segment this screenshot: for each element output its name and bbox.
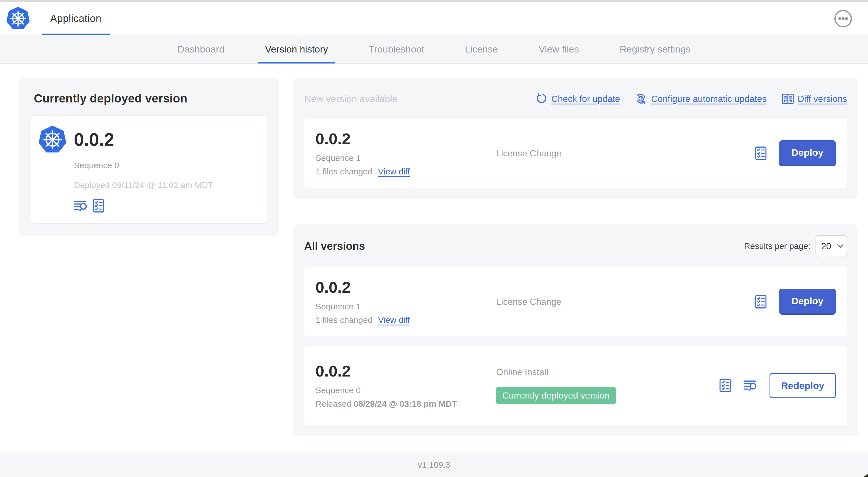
- version-history-page: Application Dashboard Version history Tr…: [0, 0, 868, 477]
- currently-deployed-badge: Currently deployed version: [496, 387, 616, 404]
- source-label: Online Install: [496, 367, 708, 377]
- logs-icon[interactable]: [74, 200, 88, 212]
- corner-artifact: [864, 474, 868, 477]
- new-version-card: 0.0.2 Sequence 1 1 files changed View di…: [304, 119, 847, 188]
- currently-deployed-panel: Currently deployed version 0.0.2 Sequenc…: [19, 78, 279, 236]
- refresh-icon: [535, 93, 548, 105]
- version-number: 0.0.2: [315, 362, 496, 380]
- version-sequence: Sequence 0: [315, 386, 496, 395]
- version-number: 0.0.2: [315, 278, 496, 296]
- currently-deployed-info: 0.0.2 Sequence 0 Deployed 09/11/24 @ 11:…: [74, 126, 213, 212]
- new-version-title: New version available: [304, 93, 398, 105]
- version-actions: Redeploy: [719, 373, 836, 398]
- released-timestamp: Released 08/29/24 @ 03:18 pm MDT: [315, 399, 496, 409]
- check-for-update-label: Check for update: [551, 94, 620, 104]
- results-per-page-select[interactable]: 20: [815, 235, 847, 257]
- current-version-number: 0.0.2: [74, 126, 213, 154]
- deploy-button[interactable]: Deploy: [779, 289, 836, 315]
- top-strip: [0, 0, 868, 2]
- configure-automatic-updates-link[interactable]: Configure automatic updates: [635, 93, 767, 105]
- release-notes-checklist-icon[interactable]: [719, 379, 731, 392]
- files-changed-label: 1 files changed: [315, 167, 372, 176]
- version-sequence: Sequence 1: [315, 153, 496, 163]
- app-tab[interactable]: Application: [42, 2, 110, 35]
- files-changed-row: 1 files changed View diff: [315, 315, 496, 325]
- files-changed-label: 1 files changed: [315, 315, 372, 325]
- version-info: 0.0.2 Sequence 1 1 files changed View di…: [315, 130, 496, 176]
- version-actions: Deploy: [755, 140, 836, 166]
- all-versions-title: All versions: [304, 240, 365, 252]
- current-sequence: Sequence 0: [74, 160, 213, 170]
- results-per-page-select-wrap: 20: [815, 235, 847, 257]
- results-per-page: Results per page: 20: [744, 235, 847, 257]
- currently-deployed-title: Currently deployed version: [34, 92, 268, 105]
- right-column: New version available Check for update C…: [293, 78, 858, 436]
- source-label: License Change: [496, 297, 744, 307]
- release-notes-checklist-icon[interactable]: [755, 147, 767, 160]
- console-version: v1.109.3: [417, 460, 450, 470]
- diff-versions-link[interactable]: Diff versions: [782, 93, 847, 105]
- diff-versions-label: Diff versions: [798, 94, 847, 104]
- app-footer: v1.109.3: [0, 452, 868, 477]
- version-row: 0.0.2 Sequence 0 Released 08/29/24 @ 03:…: [304, 346, 847, 425]
- configure-automatic-updates-label: Configure automatic updates: [651, 94, 767, 104]
- version-info: 0.0.2 Sequence 0 Released 08/29/24 @ 03:…: [315, 362, 496, 409]
- split-diff-icon: [782, 93, 794, 105]
- app-tab-active-underline: [42, 34, 110, 35]
- tab-registry-settings[interactable]: Registry settings: [613, 35, 697, 63]
- clock-refresh-icon: [635, 93, 647, 105]
- main-content: Currently deployed version 0.0.2 Sequenc…: [0, 63, 868, 452]
- version-source: License Change: [496, 148, 755, 159]
- released-date: 08/29/24 @ 03:18 pm MDT: [353, 399, 457, 409]
- more-menu-icon[interactable]: [834, 9, 852, 28]
- source-label: License Change: [496, 148, 744, 159]
- version-info: 0.0.2 Sequence 1 1 files changed View di…: [315, 278, 496, 325]
- version-source: Online Install Currently deployed versio…: [496, 367, 719, 404]
- tab-view-files[interactable]: View files: [532, 35, 586, 63]
- release-notes-checklist-icon[interactable]: [93, 199, 104, 212]
- new-version-panel: New version available Check for update C…: [293, 78, 858, 199]
- version-row: 0.0.2 Sequence 1 1 files changed View di…: [304, 267, 847, 336]
- app-subnav: Dashboard Version history Troubleshoot L…: [0, 35, 868, 63]
- tab-dashboard[interactable]: Dashboard: [171, 35, 231, 63]
- current-deployed-timestamp: Deployed 09/11/24 @ 11:02 am MDT: [74, 180, 213, 190]
- all-versions-header: All versions Results per page: 20: [304, 235, 847, 257]
- all-versions-panel: All versions Results per page: 20: [293, 225, 858, 436]
- kubernetes-app-icon: [38, 126, 67, 154]
- app-tab-label: Application: [50, 13, 101, 25]
- files-changed-row: 1 files changed View diff: [315, 167, 496, 176]
- release-notes-checklist-icon[interactable]: [755, 295, 767, 308]
- view-diff-link[interactable]: View diff: [378, 315, 410, 325]
- current-version-actions: [74, 199, 213, 212]
- version-actions: Deploy: [755, 289, 836, 315]
- check-for-update-link[interactable]: Check for update: [535, 93, 620, 105]
- kubernetes-logo-icon: [6, 7, 30, 30]
- tab-license[interactable]: License: [458, 35, 505, 63]
- deploy-button[interactable]: Deploy: [779, 140, 836, 166]
- results-per-page-label: Results per page:: [744, 241, 810, 251]
- logs-icon[interactable]: [744, 379, 757, 392]
- app-header: Application: [0, 2, 868, 35]
- version-sequence: Sequence 1: [315, 302, 496, 311]
- update-links: Check for update Configure automatic upd…: [535, 93, 847, 105]
- tab-troubleshoot[interactable]: Troubleshoot: [362, 35, 431, 63]
- version-source: License Change: [496, 297, 755, 307]
- released-prefix: Released: [315, 399, 353, 409]
- view-diff-link[interactable]: View diff: [378, 167, 410, 176]
- version-number: 0.0.2: [315, 130, 496, 148]
- currently-deployed-card: 0.0.2 Sequence 0 Deployed 09/11/24 @ 11:…: [30, 115, 268, 224]
- new-version-header: New version available Check for update C…: [304, 89, 847, 109]
- tab-version-history[interactable]: Version history: [258, 35, 335, 63]
- redeploy-button[interactable]: Redeploy: [770, 373, 836, 398]
